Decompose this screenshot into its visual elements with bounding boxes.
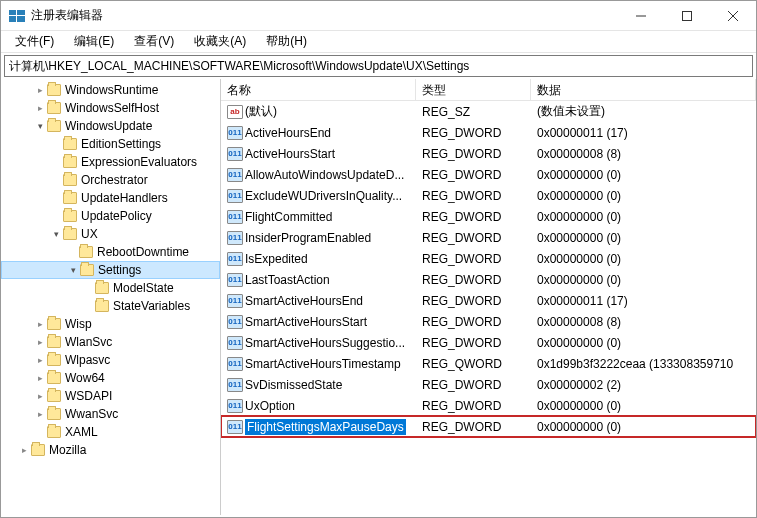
value-row[interactable]: 011LastToastActionREG_DWORD0x00000000 (0… [221, 269, 756, 290]
tree-item[interactable]: WlanSvc [1, 333, 220, 351]
expander-spacer [81, 299, 95, 313]
menu-favorites[interactable]: 收藏夹(A) [184, 31, 256, 52]
value-name-cell: 011LastToastAction [221, 273, 416, 287]
value-data: 0x00000011 (17) [531, 294, 756, 308]
tree-item[interactable]: UpdatePolicy [1, 207, 220, 225]
tree-item[interactable]: WwanSvc [1, 405, 220, 423]
tree-item[interactable]: Orchestrator [1, 171, 220, 189]
column-name[interactable]: 名称 [221, 79, 416, 100]
expander-spacer [81, 281, 95, 295]
expander-spacer [33, 425, 47, 439]
value-name-cell: 011ActiveHoursEnd [221, 126, 416, 140]
value-row[interactable]: ab(默认)REG_SZ(数值未设置) [221, 101, 756, 122]
value-row[interactable]: 011SmartActiveHoursStartREG_DWORD0x00000… [221, 311, 756, 332]
value-type: REG_DWORD [416, 315, 531, 329]
registry-tree[interactable]: WindowsRuntimeWindowsSelfHostWindowsUpda… [1, 79, 221, 515]
tree-item[interactable]: StateVariables [1, 297, 220, 315]
tree-item[interactable]: Wow64 [1, 369, 220, 387]
tree-item[interactable]: UpdateHandlers [1, 189, 220, 207]
tree-item[interactable]: ModelState [1, 279, 220, 297]
value-data: 0x00000000 (0) [531, 252, 756, 266]
value-row[interactable]: 011SmartActiveHoursEndREG_DWORD0x0000001… [221, 290, 756, 311]
column-data[interactable]: 数据 [531, 79, 756, 100]
tree-item[interactable]: Mozilla [1, 441, 220, 459]
menu-edit[interactable]: 编辑(E) [64, 31, 124, 52]
value-row[interactable]: 011ExcludeWUDriversInQuality...REG_DWORD… [221, 185, 756, 206]
chevron-right-icon[interactable] [33, 407, 47, 421]
expander-spacer [49, 155, 63, 169]
window-title: 注册表编辑器 [31, 7, 618, 24]
value-row[interactable]: 011FlightSettingsMaxPauseDaysREG_DWORD0x… [221, 416, 756, 437]
menu-file[interactable]: 文件(F) [5, 31, 64, 52]
value-data: 0x00000000 (0) [531, 231, 756, 245]
menu-help[interactable]: 帮助(H) [256, 31, 317, 52]
tree-item-label: WlanSvc [65, 335, 112, 349]
value-row[interactable]: 011IsExpeditedREG_DWORD0x00000000 (0) [221, 248, 756, 269]
chevron-down-icon[interactable] [49, 227, 63, 241]
chevron-right-icon[interactable] [33, 335, 47, 349]
tree-item[interactable]: WindowsSelfHost [1, 99, 220, 117]
value-type: REG_DWORD [416, 147, 531, 161]
tree-item-label: EditionSettings [81, 137, 161, 151]
value-row[interactable]: 011ActiveHoursEndREG_DWORD0x00000011 (17… [221, 122, 756, 143]
value-row[interactable]: 011FlightCommittedREG_DWORD0x00000000 (0… [221, 206, 756, 227]
tree-item[interactable]: WindowsRuntime [1, 81, 220, 99]
binary-value-icon: 011 [227, 336, 243, 350]
close-icon [728, 11, 738, 21]
expander-spacer [65, 245, 79, 259]
value-row[interactable]: 011SmartActiveHoursSuggestio...REG_DWORD… [221, 332, 756, 353]
value-data: 0x00000000 (0) [531, 273, 756, 287]
tree-item-label: StateVariables [113, 299, 190, 313]
svg-rect-1 [17, 10, 25, 15]
value-row[interactable]: 011SvDismissedStateREG_DWORD0x00000002 (… [221, 374, 756, 395]
value-data: 0x00000011 (17) [531, 126, 756, 140]
value-data: 0x00000008 (8) [531, 315, 756, 329]
chevron-right-icon[interactable] [33, 353, 47, 367]
tree-item[interactable]: WindowsUpdate [1, 117, 220, 135]
chevron-right-icon[interactable] [33, 83, 47, 97]
minimize-button[interactable] [618, 1, 664, 30]
value-row[interactable]: 011ActiveHoursStartREG_DWORD0x00000008 (… [221, 143, 756, 164]
chevron-right-icon[interactable] [33, 371, 47, 385]
value-row[interactable]: 011AllowAutoWindowsUpdateD...REG_DWORD0x… [221, 164, 756, 185]
tree-item[interactable]: Wisp [1, 315, 220, 333]
chevron-down-icon[interactable] [33, 119, 47, 133]
folder-icon [63, 228, 77, 240]
value-name: ActiveHoursStart [245, 147, 335, 161]
tree-item-label: UpdatePolicy [81, 209, 152, 223]
chevron-down-icon[interactable] [66, 263, 80, 277]
value-name-cell: 011ActiveHoursStart [221, 147, 416, 161]
tree-item[interactable]: ExpressionEvaluators [1, 153, 220, 171]
maximize-button[interactable] [664, 1, 710, 30]
folder-icon [80, 264, 94, 276]
value-data: 0x00000000 (0) [531, 210, 756, 224]
tree-item[interactable]: WSDAPI [1, 387, 220, 405]
folder-icon [63, 174, 77, 186]
values-list[interactable]: 名称 类型 数据 ab(默认)REG_SZ(数值未设置)011ActiveHou… [221, 79, 756, 515]
chevron-right-icon[interactable] [33, 389, 47, 403]
tree-item[interactable]: XAML [1, 423, 220, 441]
value-row[interactable]: 011InsiderProgramEnabledREG_DWORD0x00000… [221, 227, 756, 248]
tree-item[interactable]: Wlpasvc [1, 351, 220, 369]
tree-item-label: WindowsSelfHost [65, 101, 159, 115]
tree-item[interactable]: Settings [1, 261, 220, 279]
chevron-right-icon[interactable] [33, 101, 47, 115]
column-type[interactable]: 类型 [416, 79, 531, 100]
chevron-right-icon[interactable] [33, 317, 47, 331]
chevron-right-icon[interactable] [17, 443, 31, 457]
value-row[interactable]: 011UxOptionREG_DWORD0x00000000 (0) [221, 395, 756, 416]
address-bar[interactable]: 计算机\HKEY_LOCAL_MACHINE\SOFTWARE\Microsof… [4, 55, 753, 77]
tree-item[interactable]: UX [1, 225, 220, 243]
tree-item[interactable]: EditionSettings [1, 135, 220, 153]
menu-view[interactable]: 查看(V) [124, 31, 184, 52]
tree-item[interactable]: RebootDowntime [1, 243, 220, 261]
binary-value-icon: 011 [227, 231, 243, 245]
value-row[interactable]: 011SmartActiveHoursTimestampREG_QWORD0x1… [221, 353, 756, 374]
binary-value-icon: 011 [227, 273, 243, 287]
value-name-cell: 011FlightCommitted [221, 210, 416, 224]
window-buttons [618, 1, 756, 30]
value-name-cell: 011FlightSettingsMaxPauseDays [221, 419, 416, 435]
binary-value-icon: 011 [227, 315, 243, 329]
value-type: REG_SZ [416, 105, 531, 119]
close-button[interactable] [710, 1, 756, 30]
